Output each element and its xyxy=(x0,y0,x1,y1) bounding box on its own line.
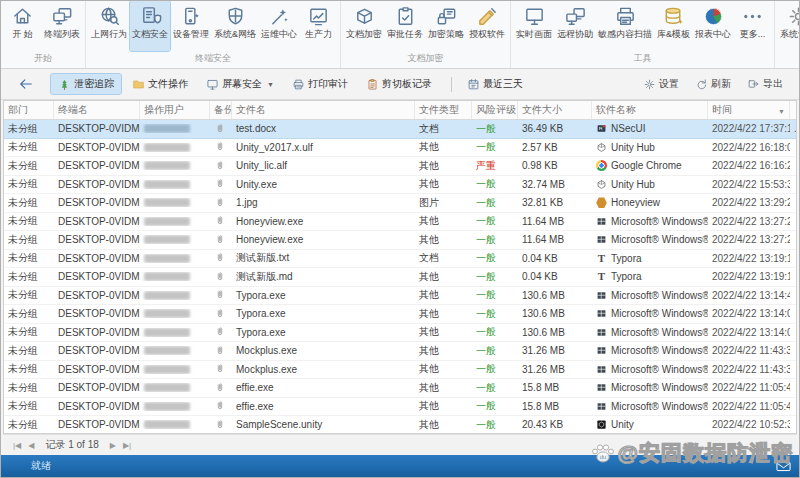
ribbon-group: 上网行为文档安全设备管理系统&网络运维中心生产力终端安全 xyxy=(86,1,341,68)
cell-dept: 未分组 xyxy=(4,214,54,228)
ribbon-item-report-center[interactable]: 报表中心 xyxy=(693,1,733,51)
column-header-risk[interactable]: 风险评级 xyxy=(472,101,518,119)
redacted-user-blob xyxy=(144,143,190,152)
table-row[interactable]: 未分组DESKTOP-0VIDMDJHoneyview.exe其他一般11.64… xyxy=(4,213,796,232)
cell-risk: 一般 xyxy=(472,122,518,136)
column-header-terminal[interactable]: 终端名 xyxy=(54,101,140,119)
table-row[interactable]: 未分组DESKTOP-0VIDMDJMockplus.exe其他一般31.26 … xyxy=(4,361,796,380)
cell-appname: Google Chrome xyxy=(592,160,708,171)
clipboard-record-button[interactable]: 剪切板记录 xyxy=(359,74,439,94)
prev-page-button[interactable]: ◀ xyxy=(28,441,34,450)
export-button[interactable]: 导出 xyxy=(745,74,785,94)
toolbar-button-label: 剪切板记录 xyxy=(382,77,432,91)
table-row[interactable]: 未分组DESKTOP-0VIDMDJUnity.exe其他一般32.74 MBU… xyxy=(4,176,796,195)
next-page-button[interactable]: ▶ xyxy=(110,441,116,450)
ribbon-item-approval-task[interactable]: 审批任务 xyxy=(385,1,425,51)
table-row[interactable]: 未分组DESKTOP-0VIDMDJHoneyview.exe其他一般11.64… xyxy=(4,231,796,250)
refresh-icon xyxy=(695,78,708,91)
file-ops-button[interactable]: 文件操作 xyxy=(125,74,195,94)
cell-filetype: 文档 xyxy=(415,122,472,136)
app-name-label: Unity Hub xyxy=(611,179,655,190)
ribbon-item-system-settings[interactable]: 系统设置 xyxy=(778,1,799,51)
ribbon-item-remote-assist[interactable]: 远程协助 xyxy=(555,1,595,51)
column-header-user[interactable]: 操作用户 xyxy=(140,101,210,119)
table-row[interactable]: 未分组DESKTOP-0VIDMDJeffie.exe其他一般15.8 MBMi… xyxy=(4,379,796,398)
cell-terminal: DESKTOP-0VIDMDJ xyxy=(54,234,140,245)
cell-user-redacted xyxy=(140,161,210,170)
ribbon-item-doc-security[interactable]: 文档安全 xyxy=(130,1,170,51)
ribbon-item-web-behavior[interactable]: 上网行为 xyxy=(89,1,129,51)
ribbon-item-encrypt-policy[interactable]: 加密策略 xyxy=(426,1,466,51)
cell-backup xyxy=(210,160,232,172)
ribbon-item-doc-encrypt[interactable]: 文档加密 xyxy=(344,1,384,51)
cell-appname: TTypora xyxy=(592,271,708,282)
settings-button[interactable]: 设置 xyxy=(641,74,681,94)
screen-security-button[interactable]: 屏幕安全▼ xyxy=(199,74,281,94)
table-row[interactable]: 未分组DESKTOP-0VIDMDJMockplus.exe其他一般31.26 … xyxy=(4,342,796,361)
print-audit-button[interactable]: 打印审计 xyxy=(285,74,355,94)
caret-down-icon[interactable]: ▼ xyxy=(778,105,785,116)
table-row[interactable]: 未分组DESKTOP-0VIDMDJTypora.exe其他一般130.6 MB… xyxy=(4,305,796,324)
column-header-filename[interactable]: 文件名 xyxy=(232,101,415,119)
table-row[interactable]: 未分组DESKTOP-0VIDMDJ测试新版.txt文档一般0.04 KBTTy… xyxy=(4,250,796,269)
table-row[interactable]: 未分组DESKTOP-0VIDMDJTypora.exe其他一般130.6 MB… xyxy=(4,287,796,306)
cell-appname: Unity Hub xyxy=(592,179,708,190)
cell-appname: Honeyview xyxy=(592,197,708,208)
last-page-button[interactable]: ▶| xyxy=(123,441,131,450)
recent-days-button[interactable]: 最近三天 xyxy=(460,74,530,94)
column-header-backup[interactable]: 备份 xyxy=(210,101,232,119)
paperclip-icon xyxy=(214,382,226,394)
ribbon-item-terminal-list[interactable]: 终端列表 xyxy=(42,1,82,51)
column-header-appname[interactable]: 软件名称 xyxy=(592,101,708,119)
column-header-label: 终端名 xyxy=(58,103,88,117)
ribbon-item-system-network[interactable]: 系统&网络 xyxy=(212,1,258,51)
paperclip-icon xyxy=(214,252,226,264)
table-row[interactable]: 未分组DESKTOP-0VIDMDJTypora.exe其他一般130.6 MB… xyxy=(4,324,796,343)
ribbon-item-sensitive-scan[interactable]: 敏感内容扫描 xyxy=(596,1,654,51)
ribbon-item-home[interactable]: 开 始 xyxy=(4,1,41,51)
cell-backup xyxy=(210,141,232,153)
envelope-icon[interactable] xyxy=(776,461,791,472)
ribbon-item-authorized-software[interactable]: 授权软件 xyxy=(467,1,507,51)
ribbon-item-productivity[interactable]: 生产力 xyxy=(300,1,337,51)
cell-filesize: 31.26 MB xyxy=(518,345,592,356)
column-header-filetype[interactable]: 文件类型 xyxy=(415,101,472,119)
column-header-filesize[interactable]: 文件大小 xyxy=(518,101,592,119)
cell-appname: Unity Hub xyxy=(592,142,708,153)
cell-backup xyxy=(210,363,232,375)
first-page-button[interactable]: |◀ xyxy=(13,441,21,450)
ribbon-group-label: 工具 xyxy=(514,51,771,68)
ribbon-item-device-manage[interactable]: 设备管理 xyxy=(171,1,211,51)
cell-filesize: 0.04 KB xyxy=(518,253,592,264)
cell-terminal: DESKTOP-0VIDMDJ xyxy=(54,179,140,190)
ribbon-item-realtime-screen[interactable]: 实时画面 xyxy=(514,1,554,51)
table-row[interactable]: 未分组DESKTOP-0VIDMDJtest.docx文档一般36.49 KBN… xyxy=(4,120,796,139)
ribbon-item-ops-center[interactable]: 运维中心 xyxy=(259,1,299,51)
cell-filesize: 130.6 MB xyxy=(518,290,592,301)
app-name-label: Microsoft® Windows® Oper... xyxy=(611,234,708,245)
back-button[interactable] xyxy=(17,75,35,93)
cell-filename: effie.exe xyxy=(232,401,415,412)
ribbon-item-library-template[interactable]: 库&模板 xyxy=(655,1,692,51)
cell-filename: 1.jpg xyxy=(232,197,415,208)
table-row[interactable]: 未分组DESKTOP-0VIDMDJeffie.exe其他一般15.8 MBMi… xyxy=(4,398,796,417)
cell-filesize: 11.64 MB xyxy=(518,216,592,227)
cell-user-redacted xyxy=(140,235,210,244)
column-header-dept[interactable]: 部门 xyxy=(4,101,54,119)
app-name-label: Microsoft® Windows® Oper... xyxy=(611,327,708,338)
column-header-time[interactable]: 时间▼ xyxy=(708,101,790,119)
table-row[interactable]: 未分组DESKTOP-0VIDMDJUnity_lic.alf其他严重0.98 … xyxy=(4,157,796,176)
cell-risk: 一般 xyxy=(472,140,518,154)
table-row[interactable]: 未分组DESKTOP-0VIDMDJ1.jpg图片一般32.81 KBHoney… xyxy=(4,194,796,213)
ribbon-item-more[interactable]: 更多... xyxy=(734,1,771,51)
column-header-label: 操作用户 xyxy=(144,103,184,117)
table-row[interactable]: 未分组DESKTOP-0VIDMDJSampleScene.unity其他一般2… xyxy=(4,416,796,434)
app-name-label: Microsoft® Windows® Oper... xyxy=(611,308,708,319)
leak-trace-button[interactable]: 泄密追踪 xyxy=(51,74,121,94)
refresh-button[interactable]: 刷新 xyxy=(693,74,733,94)
cell-risk: 一般 xyxy=(472,344,518,358)
table-row[interactable]: 未分组DESKTOP-0VIDMDJ测试新版.md其他一般0.04 KBTTyp… xyxy=(4,268,796,287)
cell-dept: 未分组 xyxy=(4,251,54,265)
column-header-label: 备份 xyxy=(214,103,232,117)
table-row[interactable]: 未分组DESKTOP-0VIDMDJUnity_v2017.x.ulf其他一般2… xyxy=(4,139,796,158)
